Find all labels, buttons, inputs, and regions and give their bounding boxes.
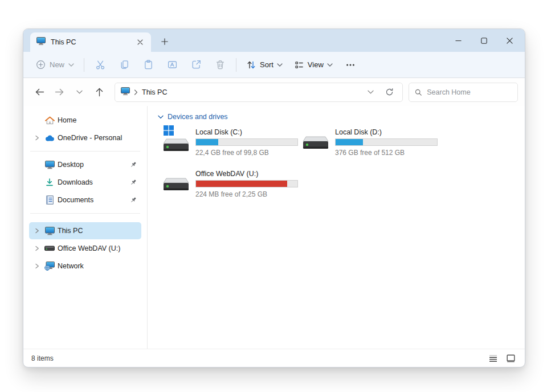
sidebar-item-office-webdav[interactable]: Office WebDAV (U:) (29, 240, 141, 257)
more-icon (346, 60, 355, 70)
new-tab-button[interactable] (156, 33, 173, 50)
chevron-down-icon (158, 115, 164, 119)
close-button[interactable] (497, 29, 522, 52)
large-icons-view-button[interactable] (504, 352, 517, 365)
file-list-pane: Devices and drives Local Disk (C:) (148, 106, 525, 349)
up-icon (95, 87, 104, 97)
back-button[interactable] (30, 83, 49, 101)
maximize-button[interactable] (471, 29, 497, 52)
capacity-bar-fill (196, 139, 218, 145)
chevron-down-icon (368, 90, 374, 94)
rename-button[interactable] (160, 55, 184, 75)
pin-icon (130, 179, 137, 186)
group-header-label: Devices and drives (168, 113, 228, 121)
breadcrumb-this-pc[interactable]: This PC (142, 88, 167, 96)
onedrive-cloud-icon (43, 134, 56, 141)
address-bar[interactable]: This PC (115, 83, 403, 102)
capacity-bar-fill (336, 139, 363, 145)
chevron-right-icon[interactable] (32, 246, 42, 251)
refresh-button[interactable] (382, 85, 397, 100)
delete-button[interactable] (208, 55, 232, 75)
forward-icon (55, 88, 64, 96)
capacity-bar (195, 180, 298, 187)
toolbar-separator (236, 58, 236, 72)
search-input[interactable] (427, 88, 512, 96)
capacity-bar (195, 138, 298, 146)
copy-button[interactable] (112, 55, 136, 75)
free-space-text: 224 MB free of 2,25 GB (195, 190, 298, 198)
drive-name: Local Disk (C:) (195, 128, 298, 136)
tab-title: This PC (51, 38, 129, 46)
sidebar-item-downloads[interactable]: Downloads (29, 174, 141, 191)
chevron-down-icon (277, 63, 283, 67)
new-button-label: New (50, 60, 64, 69)
paste-button[interactable] (136, 55, 160, 75)
tab-bar: This PC (23, 29, 525, 52)
monitor-icon (121, 87, 130, 97)
more-options-button[interactable] (338, 55, 362, 75)
free-space-text: 376 GB free of 512 GB (335, 149, 438, 157)
chevron-right-icon[interactable] (32, 263, 42, 269)
capacity-bar (335, 138, 438, 146)
rename-icon (167, 59, 178, 70)
sidebar-item-home[interactable]: Home (29, 112, 141, 129)
sidebar-item-network[interactable]: Network (29, 258, 141, 275)
free-space-text: 22,4 GB free of 99,8 GB (195, 149, 298, 157)
breadcrumb-chevron-icon (134, 89, 138, 95)
command-toolbar: New Sort View (23, 52, 525, 78)
window-caption-controls (446, 29, 522, 52)
minimize-icon (455, 38, 462, 44)
sidebar-item-desktop[interactable]: Desktop (29, 156, 141, 173)
new-item-icon (36, 60, 46, 70)
forward-button[interactable] (50, 83, 69, 101)
sort-button-label: Sort (260, 60, 274, 69)
drive-tile-local-disk-c[interactable]: Local Disk (C:) 22,4 GB free of 99,8 GB (163, 128, 303, 156)
cut-button[interactable] (88, 55, 112, 75)
cut-icon (95, 59, 106, 70)
search-box[interactable] (409, 83, 518, 102)
capacity-bar-fill (196, 181, 287, 187)
sidebar-item-onedrive[interactable]: OneDrive - Personal (29, 129, 141, 146)
view-button[interactable]: View (288, 55, 338, 75)
pin-icon (130, 197, 137, 203)
file-explorer-window: This PC New (23, 28, 525, 368)
desktop-icon (43, 161, 56, 169)
recent-locations-button[interactable] (70, 83, 89, 101)
share-button[interactable] (184, 55, 208, 75)
large-icons-view-icon (507, 354, 515, 362)
maximize-icon (481, 38, 487, 44)
chevron-down-icon (327, 63, 333, 67)
details-view-icon (489, 354, 497, 362)
sort-button[interactable]: Sort (240, 55, 288, 75)
chevron-right-icon[interactable] (32, 228, 42, 234)
item-count: 8 items (31, 354, 54, 362)
monitor-icon (36, 37, 46, 47)
copy-icon (119, 59, 130, 70)
tab-close-button[interactable] (134, 36, 146, 48)
chevron-down-icon (68, 63, 74, 67)
drive-tile-office-webdav-u[interactable]: Office WebDAV (U:) 224 MB free of 2,25 G… (163, 169, 303, 198)
drive-name: Office WebDAV (U:) (195, 170, 298, 178)
drive-tile-local-disk-d[interactable]: Local Disk (D:) 376 GB free of 512 GB (303, 128, 442, 156)
network-icon (43, 262, 56, 271)
sidebar-item-this-pc[interactable]: This PC (29, 222, 141, 239)
tab-this-pc[interactable]: This PC (30, 32, 151, 52)
sidebar-item-documents[interactable]: Documents (29, 191, 141, 209)
new-button[interactable]: New (30, 55, 80, 75)
drive-icon (43, 246, 56, 251)
documents-icon (43, 195, 56, 205)
pin-icon (130, 161, 137, 168)
sidebar-divider (30, 213, 140, 214)
address-dropdown-button[interactable] (363, 85, 378, 100)
toolbar-separator (84, 58, 84, 72)
sort-icon (246, 60, 256, 70)
chevron-right-icon[interactable] (32, 135, 42, 141)
system-drive-icon (163, 128, 190, 156)
details-view-button[interactable] (487, 352, 499, 365)
delete-icon (215, 59, 226, 70)
navigation-pane: Home OneDrive - Personal Desktop (23, 106, 148, 349)
up-button[interactable] (90, 83, 109, 101)
share-icon (191, 59, 202, 70)
minimize-button[interactable] (446, 29, 471, 52)
group-header-devices-and-drives[interactable]: Devices and drives (158, 113, 525, 121)
